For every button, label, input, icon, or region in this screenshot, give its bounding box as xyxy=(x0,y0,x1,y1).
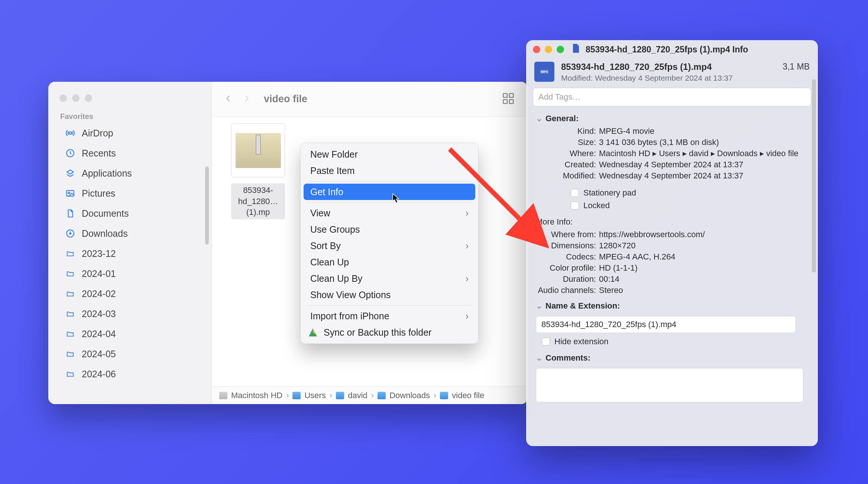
info-scrollbar[interactable] xyxy=(812,79,816,272)
sidebar-item-folder-2024-03[interactable]: 2024-03 xyxy=(53,304,207,324)
svg-rect-5 xyxy=(503,93,508,97)
kv-value: Wednesday 4 September 2024 at 13:37 xyxy=(599,160,811,170)
sidebar-item-label: Pictures xyxy=(82,188,115,199)
stationery-pad-checkbox[interactable]: Stationery pad xyxy=(536,187,811,199)
kv-value: 1280×720 xyxy=(599,241,811,251)
kv-value: 3 141 036 bytes (3,1 MB on disk) xyxy=(599,138,811,147)
view-icons-button[interactable] xyxy=(502,92,515,107)
svg-rect-6 xyxy=(509,93,514,97)
folder-icon xyxy=(65,270,76,278)
get-info-window: 853934-hd_1280_720_25fps (1).mp4 Info MP… xyxy=(526,40,818,446)
zoom-window-button[interactable] xyxy=(557,46,564,53)
ctx-sync-backup[interactable]: Sync or Backup this folder xyxy=(304,324,475,341)
zoom-window-button[interactable] xyxy=(85,94,92,102)
svg-point-0 xyxy=(69,132,72,135)
google-drive-icon xyxy=(309,328,317,336)
sidebar-item-folder-2024-05[interactable]: 2024-05 xyxy=(53,344,207,364)
kv-value: 00:14 xyxy=(599,274,811,284)
sidebar-item-applications[interactable]: Applications xyxy=(53,163,207,183)
minimize-window-button[interactable] xyxy=(72,94,80,102)
kv-value: Wednesday 4 September 2024 at 13:37 xyxy=(599,171,811,181)
section-head-general[interactable]: ⌄ General: xyxy=(536,112,811,126)
kv-value: HD (1-1-1) xyxy=(599,263,811,273)
sidebar-item-folder-2024-01[interactable]: 2024-01 xyxy=(53,264,207,284)
name-extension-input[interactable]: 853934-hd_1280_720_25fps (1).mp4 xyxy=(536,316,796,333)
path-bar: Macintosh HD› Users› david› Downloads› v… xyxy=(212,386,528,404)
folder-icon xyxy=(65,249,76,258)
kv-key: Audio channels: xyxy=(536,285,599,295)
info-header: MP4 853934-hd_1280_720_25fps (1).mp4 Mod… xyxy=(526,59,818,88)
sidebar-item-label: 2024-02 xyxy=(82,288,116,299)
sidebar-item-folder-2024-06[interactable]: 2024-06 xyxy=(53,364,207,384)
file-preview-icon: MP4 xyxy=(534,62,554,82)
svg-rect-8 xyxy=(509,100,514,104)
info-size-short: 3,1 MB xyxy=(783,62,810,72)
mouse-cursor-icon xyxy=(392,193,400,204)
sidebar-item-folder-2024-02[interactable]: 2024-02 xyxy=(53,284,207,304)
section-comments: ⌄ Comments: xyxy=(526,351,818,405)
annotation-arrow-icon xyxy=(437,135,567,273)
sidebar-item-recents[interactable]: Recents xyxy=(53,143,207,163)
close-window-button[interactable] xyxy=(533,46,540,53)
kv-value: MPEG-4 AAC, H.264 xyxy=(599,252,811,262)
path-crumb[interactable]: Macintosh HD xyxy=(219,391,282,400)
sidebar-item-label: 2024-04 xyxy=(82,329,116,339)
path-crumb[interactable]: david xyxy=(336,391,367,400)
folder-icon xyxy=(65,330,76,338)
path-crumb[interactable]: video file xyxy=(440,391,484,400)
kv-key: Duration: xyxy=(536,274,599,284)
finder-sidebar: Favorites AirDrop Recents Applications P… xyxy=(48,82,212,404)
sidebar-item-airdrop[interactable]: AirDrop xyxy=(53,123,207,143)
folder-icon xyxy=(65,370,76,378)
file-thumbnail xyxy=(231,123,285,177)
chevron-down-icon: ⌄ xyxy=(536,301,542,311)
locked-checkbox[interactable]: Locked xyxy=(536,199,811,212)
chevron-right-icon: › xyxy=(466,273,469,284)
kv-key: Kind: xyxy=(536,126,599,136)
chevron-down-icon: ⌄ xyxy=(536,353,542,363)
folder-icon xyxy=(65,290,76,298)
section-name-extension: ⌄ Name & Extension: 853934-hd_1280_720_2… xyxy=(526,299,818,351)
sidebar-item-folder-2024-04[interactable]: 2024-04 xyxy=(53,324,207,344)
path-crumb[interactable]: Users xyxy=(292,391,326,400)
path-crumb[interactable]: Downloads xyxy=(378,391,430,400)
close-window-button[interactable] xyxy=(59,94,67,102)
tags-placeholder: Add Tags… xyxy=(538,92,580,102)
section-general: ⌄ General: Kind:MPEG-4 movie Size:3 141 … xyxy=(526,112,818,215)
folder-icon xyxy=(65,350,76,358)
ctx-show-view-options[interactable]: Show View Options xyxy=(304,287,475,303)
back-button[interactable] xyxy=(224,93,233,106)
chevron-right-icon: › xyxy=(466,311,469,322)
ctx-import-from-iphone[interactable]: Import from iPhone› xyxy=(304,308,475,324)
minimize-window-button[interactable] xyxy=(545,46,552,53)
sidebar-item-pictures[interactable]: Pictures xyxy=(53,183,207,203)
sidebar-item-folder-2023-12[interactable]: 2023-12 xyxy=(53,243,207,264)
info-filename: 853934-hd_1280_720_25fps (1).mp4 xyxy=(561,62,733,72)
sidebar-item-label: 2024-06 xyxy=(82,369,116,380)
kv-value: https://webbrowsertools.com/ xyxy=(599,230,811,239)
sidebar-item-label: 2024-03 xyxy=(82,309,116,319)
sidebar-scrollbar[interactable] xyxy=(205,167,209,245)
hide-extension-checkbox[interactable]: Hide extension xyxy=(536,335,811,348)
chevron-down-icon: ⌄ xyxy=(536,114,542,123)
file-item[interactable]: 853934-hd_1280…(1).mp xyxy=(231,123,285,219)
section-head-name-ext[interactable]: ⌄ Name & Extension: xyxy=(536,299,811,313)
downloads-icon xyxy=(65,229,76,238)
info-window-title: 853934-hd_1280_720_25fps (1).mp4 Info xyxy=(586,45,748,55)
sidebar-item-label: Recents xyxy=(82,148,116,159)
finder-title: video file xyxy=(264,93,307,105)
tags-input[interactable]: Add Tags… xyxy=(533,88,811,106)
airdrop-icon xyxy=(65,128,76,138)
sidebar-item-documents[interactable]: Documents xyxy=(53,203,207,223)
pictures-icon xyxy=(65,188,76,198)
forward-button[interactable] xyxy=(242,93,250,106)
kv-value: MPEG-4 movie xyxy=(599,126,811,136)
sidebar-item-label: 2023-12 xyxy=(82,248,116,259)
section-head-comments[interactable]: ⌄ Comments: xyxy=(536,351,811,365)
file-name-label: 853934-hd_1280…(1).mp xyxy=(231,183,285,219)
section-head-more-info[interactable]: More Info: xyxy=(536,215,811,229)
comments-input[interactable] xyxy=(536,368,803,402)
sidebar-item-label: Documents xyxy=(82,208,129,219)
sidebar-item-downloads[interactable]: Downloads xyxy=(53,223,207,243)
sidebar-heading-favorites: Favorites xyxy=(48,106,211,123)
